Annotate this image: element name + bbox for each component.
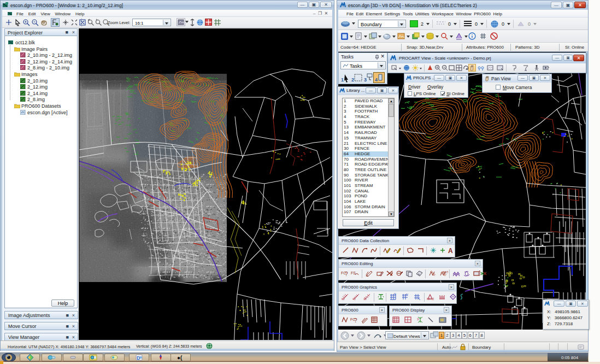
svg-text:3: 3 [417,318,419,321]
svg-text:A: A [448,247,453,255]
svg-text:60: 60 [342,297,345,301]
svg-text:NXYZ: NXYZ [427,297,434,301]
svg-text:2: 2 [351,77,354,83]
svg-text:●(: ●( [177,355,183,361]
svg-text:3: 3 [364,77,367,83]
svg-text:FS: FS [351,271,356,275]
svg-text:D: D [137,355,140,361]
svg-text:30: 30 [363,297,367,301]
svg-text:NXT: NXT [443,271,448,274]
svg-text:N: N [406,293,408,296]
svg-text:?: ? [354,318,357,324]
svg-text:?: ? [345,271,348,277]
svg-text:4: 4 [375,77,378,83]
svg-text:N: N [394,293,396,296]
svg-text:45: 45 [352,297,356,301]
svg-text:1: 1 [341,77,344,83]
